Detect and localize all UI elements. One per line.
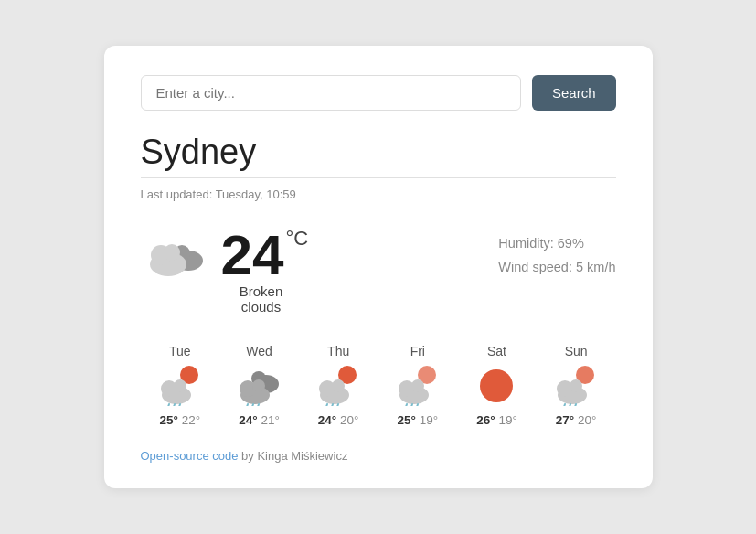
weather-card: Search Sydney Last updated: Tuesday, 10:… — [104, 46, 653, 488]
weather-details: Humidity: 69% Wind speed: 5 km/h — [498, 231, 615, 279]
svg-point-30 — [411, 379, 424, 392]
day-label-tue: Tue — [169, 344, 191, 358]
humidity: Humidity: 69% — [498, 231, 615, 255]
forecast-icon-sun — [552, 366, 600, 406]
svg-line-18 — [251, 404, 253, 406]
svg-line-39 — [563, 404, 565, 406]
svg-point-4 — [164, 244, 180, 261]
temp-range-wed: 24° 21° — [239, 413, 280, 427]
divider — [141, 177, 616, 178]
forecast-icon-fri — [394, 366, 442, 406]
svg-line-26 — [336, 404, 338, 406]
footer-suffix: by Kinga Miśkiewicz — [238, 449, 347, 463]
footer: Open-source code by Kinga Miśkiewicz — [141, 449, 616, 463]
forecast-day-sun: Sun 27° 20° — [537, 344, 616, 427]
temp-range-sat: 26° 19° — [476, 413, 517, 427]
day-label-sun: Sun — [565, 344, 588, 358]
forecast-grid: Tue 25° 22° Wed — [141, 344, 616, 427]
temp-range-tue: 25° 22° — [160, 413, 201, 427]
forecast-icon-tue — [156, 366, 204, 406]
svg-point-16 — [252, 379, 265, 392]
city-name: Sydney — [141, 133, 616, 172]
svg-line-31 — [405, 404, 407, 406]
svg-line-40 — [569, 404, 570, 406]
forecast-day-wed: Wed 24° 21° — [219, 344, 299, 427]
weather-condition: Broken clouds — [221, 283, 302, 315]
open-source-link[interactable]: Open-source code — [141, 449, 239, 463]
svg-line-33 — [416, 404, 418, 406]
search-row: Search — [141, 75, 616, 111]
svg-point-23 — [332, 379, 345, 392]
day-label-sat: Sat — [487, 344, 506, 358]
day-label-wed: Wed — [246, 344, 272, 358]
current-weather-icon — [141, 228, 207, 283]
forecast-day-tue: Tue 25° 22° — [141, 344, 220, 427]
wind-speed: Wind speed: 5 km/h — [498, 255, 615, 279]
current-temp: 24 °C — [221, 227, 309, 283]
svg-line-25 — [331, 404, 333, 406]
svg-point-8 — [174, 379, 186, 392]
day-label-thu: Thu — [327, 344, 349, 358]
svg-point-38 — [570, 379, 582, 392]
svg-line-24 — [325, 404, 327, 406]
last-updated: Last updated: Tuesday, 10:59 — [141, 187, 616, 201]
svg-line-41 — [574, 404, 576, 406]
svg-line-9 — [167, 404, 169, 406]
forecast-icon-sat — [473, 366, 520, 406]
forecast-day-thu: Thu 24° 20° — [299, 344, 378, 427]
svg-line-10 — [173, 404, 175, 406]
svg-point-34 — [480, 369, 513, 402]
city-search-input[interactable] — [141, 75, 521, 111]
svg-line-32 — [410, 404, 412, 406]
svg-line-19 — [257, 404, 259, 406]
search-button[interactable]: Search — [532, 75, 616, 111]
forecast-day-fri: Fri 25° 19° — [378, 344, 457, 427]
forecast-icon-thu — [314, 366, 362, 406]
forecast-icon-wed — [235, 366, 282, 406]
day-label-fri: Fri — [410, 344, 425, 358]
temp-range-fri: 25° 19° — [398, 413, 439, 427]
temp-range-thu: 24° 20° — [318, 413, 359, 427]
forecast-day-sat: Sat 26° 19° — [457, 344, 537, 427]
svg-line-11 — [178, 404, 180, 406]
current-weather-row: 24 °C Humidity: 69% Wind speed: 5 km/h — [141, 227, 616, 283]
svg-line-17 — [246, 404, 248, 406]
temp-range-sun: 27° 20° — [556, 413, 597, 427]
